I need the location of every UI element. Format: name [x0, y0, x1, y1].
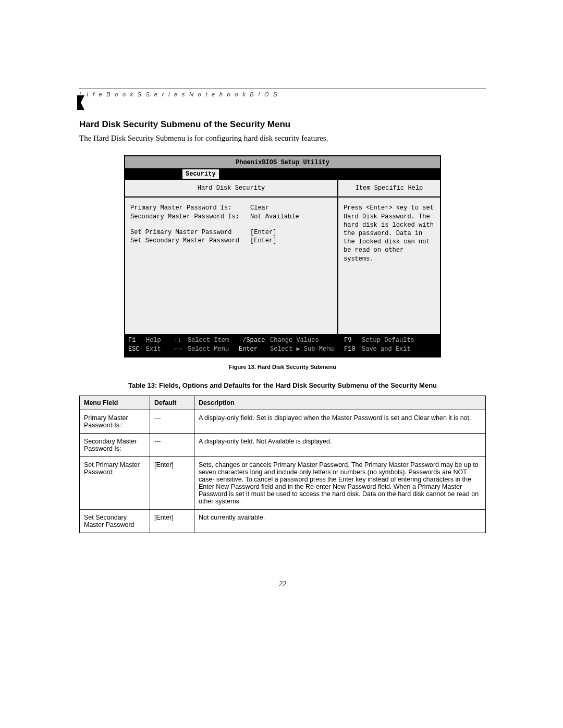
bios-key: -/Space [239, 336, 270, 345]
table-header: Menu Field [80, 396, 150, 410]
bios-field-label: Set Secondary Master Password [130, 237, 250, 245]
bios-field-value: Not Available [250, 213, 332, 221]
fields-table: Menu Field Default Description Primary M… [79, 396, 486, 533]
bios-title: PhoenixBIOS Setup Utility [125, 156, 440, 169]
bios-action: Select ▶ Sub-Menu [270, 345, 344, 354]
bios-action: Select Item [188, 336, 239, 345]
table-cell: Not currently available. [194, 509, 486, 533]
leftright-arrow-icon: ←→ [174, 345, 188, 354]
bios-field-value: [Enter] [250, 228, 332, 237]
bios-field-label: Primary Master Password Is: [130, 204, 250, 212]
header-rule: L i f e B o o k S S e r i e s N o t e b … [79, 89, 486, 89]
table-header: Default [150, 396, 194, 410]
bios-action: Exit [146, 345, 174, 354]
bios-action: Help [146, 336, 174, 345]
bios-left-panel: Hard Disk Security Primary Master Passwo… [125, 180, 338, 334]
table-cell: Primary Master Password Is:: [80, 410, 150, 433]
bios-key: Enter [239, 345, 270, 354]
bios-right-heading: Item Specific Help [338, 180, 440, 198]
bios-window: PhoenixBIOS Setup Utility Security Hard … [124, 155, 441, 357]
bios-field-row: Secondary Master Password Is: Not Availa… [130, 213, 332, 221]
table-row: Set Secondary Master Password [Enter] No… [80, 509, 486, 533]
table-header: Description [194, 396, 486, 410]
table-cell: A display-only field. Not Available is d… [194, 433, 486, 456]
table-row: Secondary Master Password Is: --- A disp… [80, 433, 486, 456]
bios-field-row[interactable]: Set Secondary Master Password [Enter] [130, 237, 332, 245]
bios-key: F10 [344, 345, 362, 354]
bios-field-label: Set Primary Master Password [130, 228, 250, 237]
bios-right-panel: Item Specific Help Press <Enter> key to … [338, 180, 440, 334]
table-cell: --- [150, 410, 194, 433]
table-cell: [Enter] [150, 456, 194, 509]
corner-triangle-icon [77, 95, 84, 110]
bios-key: F9 [344, 336, 362, 345]
table-row: Primary Master Password Is:: --- A displ… [80, 410, 486, 433]
bios-key: ESC [128, 345, 146, 354]
bios-tab-row: Security [125, 169, 440, 179]
table-cell: Set Primary Master Password [80, 456, 150, 509]
bios-footer: F1 Help ↑↓ Select Item -/Space Change Va… [125, 334, 440, 356]
bios-left-heading: Hard Disk Security [125, 180, 337, 198]
bios-help-text: Press <Enter> key to set Hard Disk Passw… [338, 198, 440, 334]
running-header: L i f e B o o k S S e r i e s N o t e b … [79, 91, 278, 97]
table-cell: A display-only field. Set is displayed w… [194, 410, 486, 433]
bios-action: Select Menu [188, 345, 239, 354]
tab-security[interactable]: Security [182, 169, 219, 179]
bios-action: Change Values [270, 336, 344, 345]
bios-field-value: Clear [250, 204, 332, 212]
bios-field-row[interactable]: Set Primary Master Password [Enter] [130, 228, 332, 237]
table-cell: Secondary Master Password Is: [80, 433, 150, 456]
bios-field-row: Primary Master Password Is: Clear [130, 204, 332, 212]
table-caption: Table 13: Fields, Options and Defaults f… [79, 381, 486, 389]
section-intro: The Hard Disk Security Submenu is for co… [79, 134, 486, 143]
table-cell: [Enter] [150, 509, 194, 533]
bios-key: F1 [128, 336, 146, 345]
bios-field-value: [Enter] [250, 237, 332, 245]
updown-arrow-icon: ↑↓ [174, 336, 188, 345]
bios-action: Save and Exit [362, 345, 437, 354]
table-cell: --- [150, 433, 194, 456]
section-title: Hard Disk Security Submenu of the Securi… [79, 119, 486, 130]
figure-caption: Figure 13. Hard Disk Security Submenu [79, 364, 486, 370]
table-cell: Sets, changes or cancels Primary Master … [194, 456, 486, 509]
bios-field-label: Secondary Master Password Is: [130, 213, 250, 221]
table-cell: Set Secondary Master Password [80, 509, 150, 533]
table-row: Set Primary Master Password [Enter] Sets… [80, 456, 486, 509]
page-number: 22 [79, 580, 486, 588]
bios-action: Setup Defaults [362, 336, 437, 345]
